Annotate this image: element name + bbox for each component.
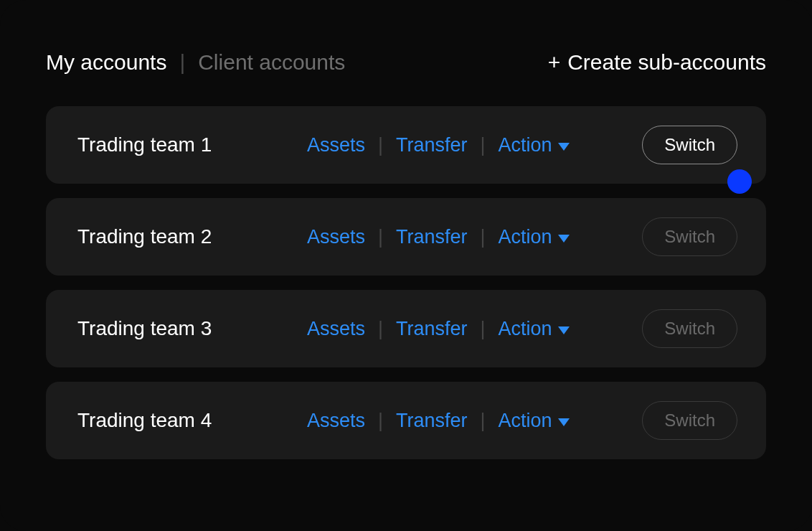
account-rows: Trading team 1 Assets | Transfer | Actio… [46, 106, 766, 459]
account-row-links: Assets | Transfer | Action [307, 226, 570, 248]
transfer-link[interactable]: Transfer [396, 410, 468, 432]
link-separator: | [378, 226, 383, 248]
account-row-links: Assets | Transfer | Action [307, 134, 570, 156]
plus-icon: + [548, 52, 561, 73]
account-row-links: Assets | Transfer | Action [307, 318, 570, 340]
create-sub-accounts-label: Create sub-accounts [567, 50, 766, 75]
link-separator: | [378, 318, 383, 340]
switch-button[interactable]: Switch [642, 126, 737, 164]
account-row: Trading team 3 Assets | Transfer | Actio… [46, 290, 766, 367]
account-name: Trading team 2 [77, 225, 307, 248]
link-separator: | [378, 134, 383, 156]
link-separator: | [481, 226, 486, 248]
account-name: Trading team 4 [77, 409, 307, 432]
chevron-down-icon [558, 326, 570, 334]
link-separator: | [481, 318, 486, 340]
assets-link[interactable]: Assets [307, 410, 365, 432]
link-separator: | [378, 410, 383, 432]
link-separator: | [481, 410, 486, 432]
account-row: Trading team 4 Assets | Transfer | Actio… [46, 382, 766, 459]
active-indicator-dot [727, 169, 752, 194]
transfer-link[interactable]: Transfer [396, 134, 468, 156]
action-label: Action [499, 226, 552, 248]
tab-separator: | [179, 50, 185, 75]
switch-button[interactable]: Switch [642, 401, 737, 440]
assets-link[interactable]: Assets [307, 134, 365, 156]
transfer-link[interactable]: Transfer [396, 318, 468, 340]
account-row: Trading team 2 Assets | Transfer | Actio… [46, 198, 766, 276]
action-label: Action [499, 134, 552, 156]
account-row: Trading team 1 Assets | Transfer | Actio… [46, 106, 766, 184]
action-dropdown[interactable]: Action [499, 226, 570, 248]
switch-button[interactable]: Switch [642, 309, 737, 348]
link-separator: | [481, 134, 486, 156]
accounts-panel: My accounts | Client accounts + Create s… [0, 0, 812, 531]
assets-link[interactable]: Assets [307, 318, 365, 340]
tab-my-accounts[interactable]: My accounts [46, 50, 166, 75]
chevron-down-icon [558, 235, 570, 243]
account-row-links: Assets | Transfer | Action [307, 410, 570, 432]
create-sub-accounts-button[interactable]: + Create sub-accounts [548, 50, 766, 75]
account-name: Trading team 3 [77, 317, 307, 340]
chevron-down-icon [558, 418, 570, 426]
account-tabs: My accounts | Client accounts [46, 50, 345, 75]
switch-button[interactable]: Switch [642, 217, 737, 256]
transfer-link[interactable]: Transfer [396, 226, 468, 248]
panel-header: My accounts | Client accounts + Create s… [46, 50, 766, 75]
account-name: Trading team 1 [77, 133, 307, 156]
tab-client-accounts[interactable]: Client accounts [198, 50, 345, 75]
chevron-down-icon [558, 143, 570, 151]
action-dropdown[interactable]: Action [499, 410, 570, 432]
action-dropdown[interactable]: Action [499, 134, 570, 156]
assets-link[interactable]: Assets [307, 226, 365, 248]
action-label: Action [499, 318, 552, 340]
action-dropdown[interactable]: Action [499, 318, 570, 340]
action-label: Action [499, 410, 552, 432]
